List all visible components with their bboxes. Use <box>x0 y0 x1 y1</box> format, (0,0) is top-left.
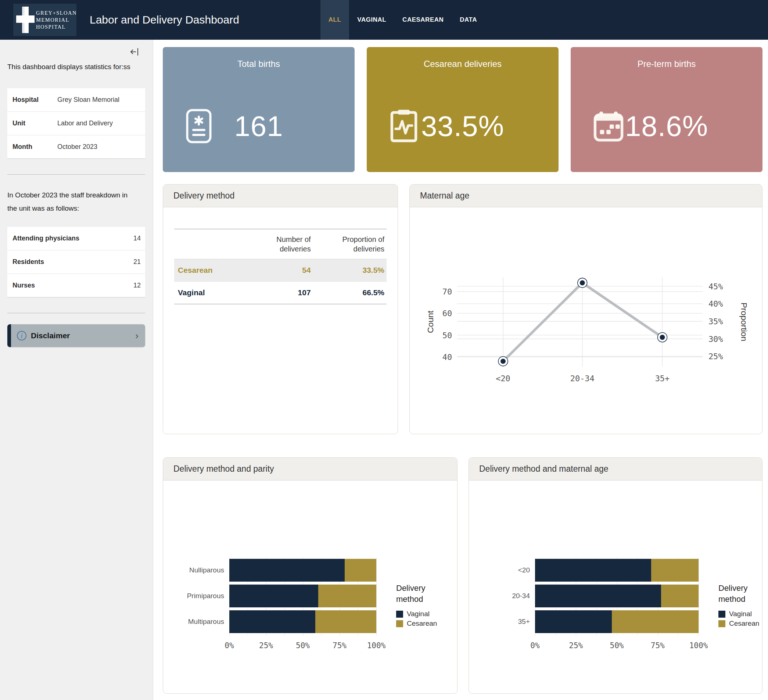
table-row: Nurses 12 <box>7 274 145 298</box>
bar-row: Primiparous <box>180 583 376 609</box>
svg-text:40: 40 <box>442 352 452 362</box>
bar-segment-vaginal <box>229 610 315 633</box>
page-title: Labor and Delivery Dashboard <box>90 14 239 26</box>
logo-text: GREY+SLOAN MEMORIAL HOSPITAL <box>36 10 77 30</box>
info-label: Month <box>7 135 52 159</box>
bar-segment-vaginal <box>229 559 345 581</box>
logo-line3: HOSPITAL <box>36 24 77 30</box>
bar-track <box>535 559 699 581</box>
category-label: Primiparous <box>180 592 229 600</box>
parity-bar-chart: NulliparousPrimiparousMultiparous0%25%50… <box>163 481 457 694</box>
card-title: Maternal age <box>410 184 762 207</box>
row-label: Cesarean <box>174 259 246 282</box>
kpi-value: 18.6% <box>571 110 763 143</box>
svg-text:Proportion: Proportion <box>739 303 749 341</box>
kpi-cesarean-deliveries: Cesarean deliveries 33.5% <box>367 47 558 172</box>
row-pct: 66.5% <box>313 282 387 304</box>
info-value: Grey Sloan Memorial <box>52 88 145 112</box>
category-label: Multiparous <box>180 618 229 626</box>
x-axis: 0%25%50%75%100% <box>229 638 376 653</box>
x-tick-label: 25% <box>569 641 583 650</box>
bar-chart: NulliparousPrimiparousMultiparous0%25%50… <box>163 557 457 653</box>
kpi-value: 161 <box>163 110 355 143</box>
legend-label: Cesarean <box>729 620 759 628</box>
svg-text:Count: Count <box>426 310 435 333</box>
bar-row: Multiparous <box>180 609 376 634</box>
nav-tabs: ALL VAGINAL CAESAREAN DATA <box>320 0 485 40</box>
row-label: Vaginal <box>174 282 246 304</box>
nav-tab-vaginal[interactable]: VAGINAL <box>349 0 394 40</box>
cross-icon <box>16 6 35 33</box>
legend-item: Cesarean <box>396 620 457 628</box>
legend-swatch <box>396 620 403 627</box>
x-tick-label: 0% <box>530 641 539 650</box>
delivery-method-table: Number of deliveries Proportion of deliv… <box>174 229 387 304</box>
card-title: Delivery method and maternal age <box>469 458 762 481</box>
gridline <box>376 557 377 636</box>
legend-item: Vaginal <box>396 610 457 618</box>
kpi-preterm-births: Pre-term births 18.6% <box>571 47 763 172</box>
svg-text:30%: 30% <box>709 335 723 344</box>
sidebar-collapse-icon[interactable] <box>130 47 139 57</box>
disclaimer-button[interactable]: i Disclaimer › <box>7 324 145 347</box>
svg-text:<20: <20 <box>496 374 510 383</box>
bar-segment-vaginal <box>535 585 661 607</box>
kpi-value: 33.5% <box>367 110 558 143</box>
legend-title: Delivery method <box>718 583 759 605</box>
table-header-row: Number of deliveries Proportion of deliv… <box>174 229 387 259</box>
nav-tab-data[interactable]: DATA <box>451 0 485 40</box>
legend-swatch <box>718 620 725 627</box>
delivery-method-parity-card: Delivery method and parity NulliparousPr… <box>163 457 458 694</box>
info-value: Labor and Delivery <box>52 112 145 135</box>
nav-tab-all[interactable]: ALL <box>320 0 349 40</box>
bar-segment-cesarean <box>612 610 699 633</box>
info-label: Unit <box>7 112 52 135</box>
svg-text:70: 70 <box>442 287 452 296</box>
maternal-age-card: Maternal age 4050607025%30%35%40%45%<202… <box>410 184 763 434</box>
table-row: Residents 21 <box>7 250 145 274</box>
gridline <box>699 557 699 636</box>
category-label: Nulliparous <box>180 566 229 574</box>
svg-text:45%: 45% <box>709 282 723 291</box>
svg-text:60: 60 <box>442 309 452 318</box>
staff-label: Attending physicians <box>7 227 123 250</box>
dashboard-info-table: Hospital Grey Sloan Memorial Unit Labor … <box>7 88 145 159</box>
logo-line1: GREY+SLOAN <box>36 10 77 16</box>
bar-track <box>535 585 699 607</box>
bar-segment-cesarean <box>318 585 376 607</box>
x-tick-label: 100% <box>690 641 708 650</box>
sidebar-intro-text: This dashboard displays statistics for:s… <box>7 60 145 74</box>
bar-track <box>229 559 376 581</box>
x-tick-label: 100% <box>367 641 386 650</box>
legend-swatch <box>396 611 403 618</box>
staff-count: 12 <box>123 274 145 298</box>
category-label: 20-34 <box>486 592 535 600</box>
bar-row: 35+ <box>486 609 699 634</box>
logo-line2: MEMORIAL <box>36 16 77 24</box>
bar-chart: <2020-3435+0%25%50%75%100%Delivery metho… <box>469 557 762 653</box>
kpi-title: Pre-term births <box>571 47 763 69</box>
table-row-vaginal: Vaginal 107 66.5% <box>174 282 387 304</box>
table-row: Month October 2023 <box>7 135 145 159</box>
bar-segment-cesarean <box>661 585 699 607</box>
bar-segment-vaginal <box>229 585 318 607</box>
category-label: <20 <box>486 566 535 574</box>
delivery-method-card: Delivery method Number of deliveries Pro… <box>163 184 398 434</box>
row-pct: 33.5% <box>313 259 387 282</box>
legend-title: Delivery method <box>396 583 437 605</box>
row-count: 107 <box>246 282 313 304</box>
bar-segment-vaginal <box>535 610 612 633</box>
hospital-logo: GREY+SLOAN MEMORIAL HOSPITAL <box>13 4 77 36</box>
svg-text:25%: 25% <box>709 352 723 361</box>
top-nav: GREY+SLOAN MEMORIAL HOSPITAL Labor and D… <box>0 0 768 40</box>
disclaimer-label: Disclaimer <box>31 331 70 340</box>
bar-track <box>535 610 699 633</box>
category-label: 35+ <box>486 618 535 626</box>
sidebar-divider <box>7 174 145 175</box>
info-value: October 2023 <box>52 135 145 159</box>
kpi-title: Total births <box>163 47 355 69</box>
x-tick-label: 75% <box>651 641 665 650</box>
nav-tab-caesarean[interactable]: CAESAREAN <box>394 0 451 40</box>
bar-segment-cesarean <box>651 559 699 581</box>
age-bar-chart: <2020-3435+0%25%50%75%100%Delivery metho… <box>469 481 762 694</box>
